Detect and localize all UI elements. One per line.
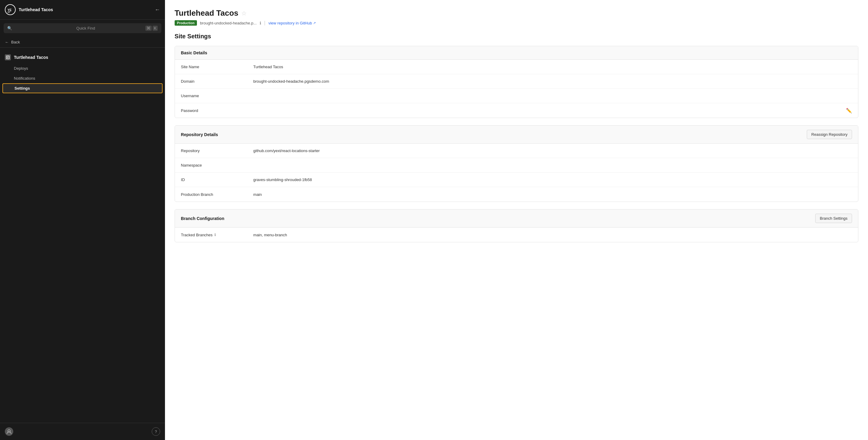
sidebar-section-label: Turtlehead Tacos — [14, 55, 48, 60]
back-icon: ← — [5, 40, 9, 45]
domain-row: Domain brought-undocked-headache.pgsdemo… — [175, 74, 858, 89]
tracked-branches-label-container: Tracked Branches ℹ — [181, 233, 253, 237]
help-label: ? — [155, 430, 157, 434]
sidebar-footer: ? — [0, 423, 165, 440]
settings-label: Settings — [14, 86, 30, 91]
sidebar-item-settings[interactable]: Settings — [2, 83, 162, 93]
page-title: Turtlehead Tacos — [175, 8, 238, 18]
basic-details-card: Basic Details Site Name Turtlehead Tacos… — [175, 46, 858, 118]
search-shortcut: ⌘ K — [145, 26, 158, 31]
github-link[interactable]: view repository in GitHub ↗ — [269, 21, 316, 25]
sidebar-section-header: Turtlehead Tacos — [0, 51, 165, 63]
quick-find-label: Quick Find — [76, 26, 143, 30]
production-branch-row: Production Branch main — [175, 187, 858, 202]
production-badge: Production — [175, 20, 197, 26]
k-key: K — [153, 26, 158, 31]
password-row: Password ✏️ — [175, 103, 858, 118]
favorite-star-icon[interactable]: ☆ — [241, 10, 247, 17]
basic-details-header: Basic Details — [175, 46, 858, 60]
namespace-row: Namespace — [175, 158, 858, 173]
tracked-branches-text: Tracked Branches — [181, 233, 213, 237]
branch-configuration-title: Branch Configuration — [181, 216, 224, 221]
external-link-icon: ↗ — [313, 21, 316, 25]
main-content: Turtlehead Tacos ☆ Production brought-un… — [165, 0, 868, 440]
github-link-label: view repository in GitHub — [269, 21, 312, 25]
branch-settings-button[interactable]: Branch Settings — [815, 214, 852, 223]
user-avatar[interactable] — [5, 427, 13, 436]
production-branch-label: Production Branch — [181, 192, 253, 197]
search-icon: 🔍 — [7, 26, 74, 30]
pages-icon — [5, 54, 11, 60]
reassign-repository-button[interactable]: Reassign Repository — [807, 130, 852, 139]
repository-details-title: Repository Details — [181, 132, 218, 137]
edit-password-icon[interactable]: ✏️ — [846, 108, 852, 114]
site-name-label: Site Name — [181, 65, 253, 69]
sidebar-item-deploys[interactable]: Deploys — [0, 63, 165, 74]
svg-text:XT: XT — [7, 11, 10, 13]
domain-value: brought-undocked-headache.pgsdemo.com — [253, 79, 852, 84]
meta-row: Production brought-undocked-headache.p..… — [175, 20, 858, 26]
sidebar-section: Turtlehead Tacos Deploys Notifications S… — [0, 48, 165, 97]
page-header: Turtlehead Tacos ☆ Production brought-un… — [175, 8, 858, 26]
notifications-label: Notifications — [14, 76, 35, 81]
org-logo-icon: YE XT — [5, 4, 16, 15]
site-settings-title: Site Settings — [175, 33, 858, 40]
password-label: Password — [181, 108, 253, 113]
help-button[interactable]: ? — [152, 427, 160, 436]
repository-value: github.com/yext/react-locations-starter — [253, 148, 852, 153]
sidebar: YE XT Turtlehead Tacos ← 🔍 Quick Find ⌘ … — [0, 0, 165, 440]
id-row: ID graves-stumbling-shrouded-1fb58 — [175, 173, 858, 187]
back-button[interactable]: ← Back — [0, 37, 165, 48]
sidebar-item-notifications[interactable]: Notifications — [0, 74, 165, 83]
domain-label: Domain — [181, 79, 253, 84]
branch-configuration-header: Branch Configuration Branch Settings — [175, 209, 858, 228]
tracked-branches-info-icon[interactable]: ℹ — [214, 233, 216, 237]
branch-configuration-card: Branch Configuration Branch Settings Tra… — [175, 209, 858, 242]
repository-details-card: Repository Details Reassign Repository R… — [175, 125, 858, 202]
sidebar-header: YE XT Turtlehead Tacos ← — [0, 0, 165, 20]
tracked-branches-value: main, menu-branch — [253, 233, 852, 237]
id-value: graves-stumbling-shrouded-1fb58 — [253, 177, 852, 182]
site-name-row: Site Name Turtlehead Tacos — [175, 60, 858, 74]
namespace-label: Namespace — [181, 163, 253, 168]
sidebar-logo: YE XT Turtlehead Tacos — [5, 4, 53, 15]
production-branch-value: main — [253, 192, 852, 197]
username-label: Username — [181, 93, 253, 98]
sidebar-back-arrow-icon[interactable]: ← — [155, 7, 160, 13]
username-row: Username — [175, 89, 858, 103]
info-icon[interactable]: ℹ — [260, 21, 261, 25]
page-title-row: Turtlehead Tacos ☆ — [175, 8, 858, 18]
tracked-branches-label: Tracked Branches ℹ — [181, 233, 253, 237]
id-label: ID — [181, 177, 253, 182]
site-name-value: Turtlehead Tacos — [253, 65, 852, 69]
domain-text: brought-undocked-headache.p... — [200, 21, 257, 25]
divider: | — [264, 20, 266, 26]
cmd-key: ⌘ — [145, 26, 152, 31]
basic-details-title: Basic Details — [181, 50, 207, 55]
repository-label: Repository — [181, 148, 253, 153]
repository-row: Repository github.com/yext/react-locatio… — [175, 144, 858, 158]
tracked-branches-row: Tracked Branches ℹ main, menu-branch — [175, 228, 858, 242]
org-name: Turtlehead Tacos — [19, 7, 53, 12]
deploys-label: Deploys — [14, 66, 28, 70]
repository-details-header: Repository Details Reassign Repository — [175, 125, 858, 144]
quick-find-button[interactable]: 🔍 Quick Find ⌘ K — [4, 23, 161, 33]
back-label: Back — [11, 40, 20, 45]
